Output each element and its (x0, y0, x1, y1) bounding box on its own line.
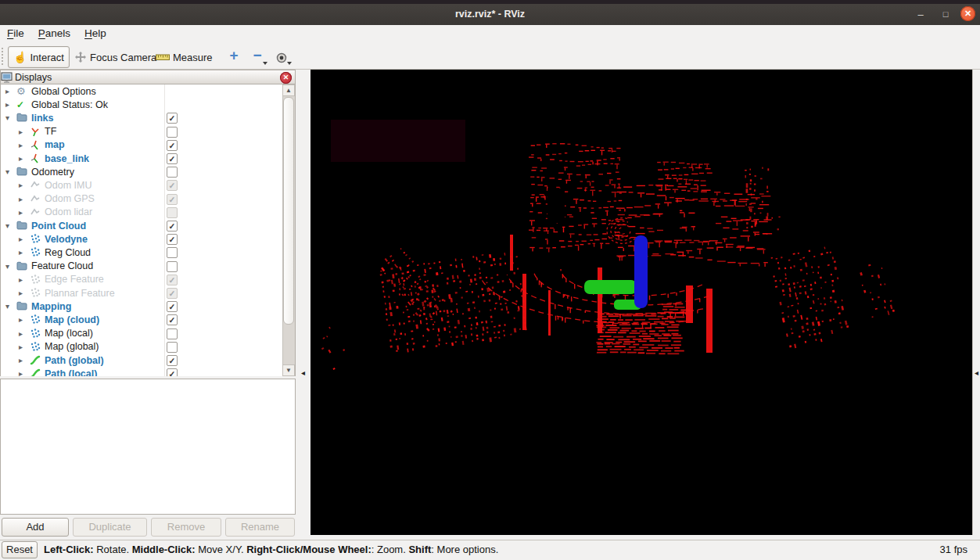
tree-row-odom-lidar[interactable]: ▸Odom lidar (1, 206, 282, 219)
expander-collapsed-icon[interactable]: ▸ (19, 341, 23, 353)
tree-column-separator (164, 84, 165, 376)
tree-row-path-local[interactable]: ▸Path (local)✓ (1, 367, 282, 376)
enabled-checkbox[interactable]: ✓ (167, 234, 178, 245)
enabled-checkbox[interactable]: ✓ (167, 194, 178, 205)
tree-row-path-global[interactable]: ▸Path (global)✓ (1, 354, 282, 367)
collapse-right-icon[interactable]: ◂ (975, 368, 978, 377)
enabled-checkbox[interactable]: ✓ (167, 180, 178, 191)
enabled-checkbox[interactable] (167, 328, 178, 339)
expander-collapsed-icon[interactable]: ▸ (19, 354, 23, 366)
tree-row-velodyne[interactable]: ▸Velodyne✓ (1, 232, 282, 246)
tree-row-base-link[interactable]: ▸base_link✓ (1, 152, 282, 165)
folder-icon (16, 300, 27, 311)
enabled-checkbox[interactable] (167, 167, 178, 178)
tree-row-global-options[interactable]: ▸⚙Global Options (1, 84, 282, 98)
toolbar-drag-handle[interactable] (1, 47, 5, 66)
enabled-checkbox[interactable] (167, 342, 178, 353)
tree-row-tf[interactable]: ▸TF (1, 125, 282, 138)
zoom-in-tool[interactable]: + (225, 45, 242, 66)
enabled-checkbox[interactable]: ✓ (167, 355, 178, 366)
enabled-checkbox[interactable]: ✓ (167, 113, 178, 124)
menu-help[interactable]: Help (77, 25, 113, 39)
add-button[interactable]: Add (2, 518, 69, 537)
expander-collapsed-icon[interactable]: ▸ (19, 193, 23, 205)
tree-row-map[interactable]: ▸map✓ (1, 138, 282, 152)
expander-collapsed-icon[interactable]: ▸ (5, 99, 9, 110)
tool-interact-button[interactable]: ☝Interact (8, 46, 70, 68)
menu-file[interactable]: File (0, 25, 31, 39)
scrollbar-thumb[interactable] (283, 97, 294, 325)
enabled-checkbox[interactable] (167, 207, 178, 218)
tree-label: Point Cloud (31, 220, 86, 232)
tool-focus-camera-button[interactable]: Focus Camera (69, 46, 162, 68)
tree-row-global-status-ok[interactable]: ▸✓Global Status: Ok (1, 98, 282, 111)
tree-label: Mapping (31, 300, 71, 313)
expander-collapsed-icon[interactable]: ▸ (19, 139, 23, 151)
panel-splitter-right[interactable]: ◂ (972, 70, 980, 535)
expander-collapsed-icon[interactable]: ▸ (19, 206, 23, 218)
tree-label: Reg Cloud (45, 246, 91, 259)
tree-row-map-local[interactable]: ▸Map (local) (1, 327, 282, 340)
enabled-checkbox[interactable]: ✓ (167, 301, 178, 312)
enabled-checkbox[interactable]: ✓ (167, 140, 178, 151)
displays-tree[interactable]: ▸⚙Global Options▸✓Global Status: Ok▾link… (0, 84, 296, 376)
tree-row-reg-cloud[interactable]: ▸Reg Cloud (1, 246, 282, 259)
scroll-down-icon[interactable]: ▼ (282, 364, 295, 376)
gear-icon: ⚙ (16, 85, 27, 96)
menu-panels[interactable]: Panels (31, 25, 77, 39)
displays-panel-close-icon[interactable]: ✕ (280, 72, 292, 84)
tree-label: Global Status: Ok (31, 99, 108, 111)
expander-collapsed-icon[interactable]: ▸ (19, 153, 23, 164)
maximize-button[interactable]: □ (937, 8, 954, 22)
tree-row-map-global[interactable]: ▸Map (global) (1, 340, 282, 354)
tree-row-links[interactable]: ▾links✓ (1, 111, 282, 124)
collapse-left-icon[interactable]: ◂ (301, 368, 305, 377)
expander-collapsed-icon[interactable]: ▸ (5, 85, 9, 97)
tree-row-point-cloud[interactable]: ▾Point Cloud✓ (1, 219, 282, 232)
tree-row-map-cloud[interactable]: ▸Map (cloud)✓ (1, 313, 282, 326)
enabled-checkbox[interactable] (167, 247, 178, 258)
displays-panel-header[interactable]: Displays ✕ (0, 70, 296, 84)
tree-row-edge-feature[interactable]: ▸Edge Feature✓ (1, 273, 282, 286)
minimize-button[interactable]: – (912, 8, 929, 22)
tf-axes-icon (30, 126, 41, 137)
reset-button[interactable]: Reset (2, 541, 38, 558)
enabled-checkbox[interactable] (167, 127, 178, 138)
expander-expanded-icon[interactable]: ▾ (5, 166, 9, 178)
tree-row-odom-gps[interactable]: ▸Odom GPS✓ (1, 192, 282, 206)
tree-row-plannar-feature[interactable]: ▸Plannar Feature✓ (1, 286, 282, 300)
expander-expanded-icon[interactable]: ▾ (5, 220, 9, 232)
expander-collapsed-icon[interactable]: ▸ (19, 368, 23, 376)
enabled-checkbox[interactable]: ✓ (167, 314, 178, 325)
tree-row-odom-imu[interactable]: ▸Odom IMU✓ (1, 178, 282, 192)
tree-row-odometry[interactable]: ▾Odometry (1, 165, 282, 178)
enabled-checkbox[interactable] (167, 261, 178, 272)
expander-collapsed-icon[interactable]: ▸ (19, 179, 23, 191)
odom-icon (30, 179, 41, 190)
expander-collapsed-icon[interactable]: ▸ (19, 274, 23, 285)
expander-expanded-icon[interactable]: ▾ (5, 112, 9, 124)
scroll-up-icon[interactable]: ▲ (282, 84, 295, 96)
expander-expanded-icon[interactable]: ▾ (5, 300, 9, 312)
enabled-checkbox[interactable]: ✓ (167, 275, 178, 285)
enabled-checkbox[interactable]: ✓ (167, 221, 178, 232)
expander-collapsed-icon[interactable]: ▸ (19, 126, 23, 138)
zoom-out-tool-dropdown-icon[interactable] (263, 62, 267, 65)
tree-row-feature-cloud[interactable]: ▾Feature Cloud (1, 260, 282, 273)
close-button[interactable]: ✕ (960, 6, 975, 21)
camera-tool-dropdown-icon[interactable] (287, 62, 292, 65)
tree-row-mapping[interactable]: ▾Mapping✓ (1, 300, 282, 313)
expander-collapsed-icon[interactable]: ▸ (19, 287, 23, 299)
expander-collapsed-icon[interactable]: ▸ (19, 246, 23, 258)
status-ok-icon: ✓ (16, 99, 27, 109)
enabled-checkbox[interactable]: ✓ (167, 288, 178, 299)
enabled-checkbox[interactable]: ✓ (167, 368, 178, 376)
expander-collapsed-icon[interactable]: ▸ (19, 328, 23, 339)
3d-viewport[interactable] (311, 70, 972, 535)
expander-expanded-icon[interactable]: ▾ (5, 260, 9, 272)
panel-splitter-left[interactable]: ◂ (296, 70, 311, 535)
tool-measure-button[interactable]: Measure (150, 46, 218, 68)
expander-collapsed-icon[interactable]: ▸ (19, 314, 23, 325)
enabled-checkbox[interactable]: ✓ (167, 153, 178, 164)
expander-collapsed-icon[interactable]: ▸ (19, 233, 23, 245)
